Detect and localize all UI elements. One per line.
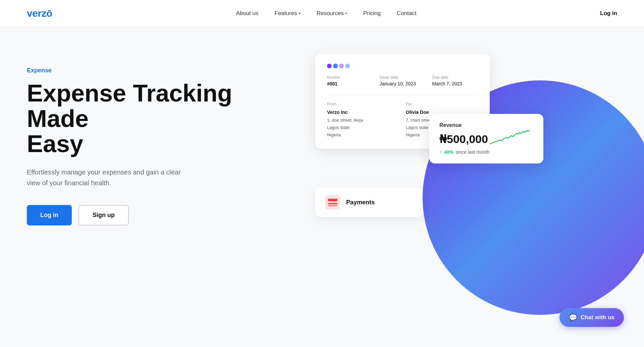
hero-description: Effortlessly manage your expenses and ga… [27, 167, 195, 188]
hero-login-button[interactable]: Log in [27, 205, 72, 225]
logo-dot-3 [339, 64, 344, 68]
logo[interactable]: verzō [27, 8, 52, 19]
nav-links: About us Features ▾ Resources ▾ Pricing … [236, 10, 416, 17]
logo-dot-2 [333, 64, 338, 68]
invoice-grid-top: Invoice #001 Issue date January 10, 2023… [327, 75, 478, 86]
revenue-change-text: since last month [455, 149, 489, 155]
nav-about[interactable]: About us [236, 10, 258, 17]
invoice-issue-date-field: Issue date January 10, 2023 [380, 75, 426, 86]
nav-pricing[interactable]: Pricing [363, 10, 381, 17]
revenue-change: ↑ 40% since last month [439, 149, 533, 155]
revenue-chart [490, 127, 530, 149]
nav-resources[interactable]: Resources ▾ [317, 10, 347, 17]
hero-title: Expense Tracking Made Easy [27, 81, 235, 157]
svg-rect-1 [328, 203, 337, 204]
chat-button[interactable]: 💬 Chat with us [559, 308, 624, 327]
payments-card: Payments [315, 188, 423, 217]
hero-left: Expense Expense Tracking Made Easy Effor… [27, 54, 235, 225]
hero-tag: Expense [27, 67, 235, 74]
hero-section: Expense Expense Tracking Made Easy Effor… [0, 27, 644, 328]
nav-features[interactable]: Features ▾ [275, 10, 301, 17]
payments-label: Payments [346, 199, 375, 206]
chat-icon: 💬 [569, 314, 577, 322]
nav-login-button[interactable]: Log in [600, 10, 617, 17]
features-chevron-icon: ▾ [299, 11, 301, 16]
invoice-from: From Verzo Inc 1, doe street, Ikeja Lago… [327, 102, 399, 139]
navbar: verzō About us Features ▾ Resources ▾ Pr… [0, 0, 644, 27]
svg-rect-0 [328, 199, 337, 201]
logo-dot-4 [345, 64, 350, 68]
invoice-logo [327, 64, 478, 68]
invoice-divider [327, 95, 478, 95]
logo-dot-1 [327, 64, 332, 68]
hero-signup-button[interactable]: Sign up [78, 205, 129, 225]
resources-chevron-icon: ▾ [345, 11, 347, 16]
hero-buttons: Log in Sign up [27, 205, 235, 225]
chat-label: Chat with us [581, 314, 614, 321]
invoice-due-date-field: Due date March 7, 2023 [432, 75, 478, 86]
revenue-card: Revenue ₦500,000 ↑ 40% since last month [429, 114, 543, 163]
revenue-pct: 40% [444, 149, 453, 155]
payments-icon [325, 195, 340, 210]
invoice-number-field: Invoice #001 [327, 75, 373, 86]
up-arrow-icon: ↑ [439, 149, 442, 155]
nav-contact[interactable]: Contact [397, 10, 417, 17]
svg-rect-2 [328, 205, 337, 206]
